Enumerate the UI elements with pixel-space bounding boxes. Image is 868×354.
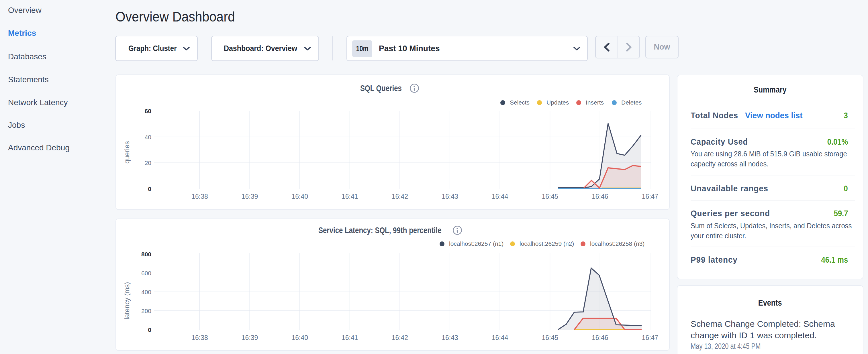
- svg-text:16:46: 16:46: [592, 193, 608, 200]
- svg-text:16:45: 16:45: [541, 334, 558, 342]
- svg-text:16:45: 16:45: [541, 193, 558, 200]
- svg-text:16:43: 16:43: [442, 193, 458, 200]
- svg-text:16:44: 16:44: [492, 334, 508, 342]
- svg-text:40: 40: [145, 134, 151, 140]
- svg-text:16:40: 16:40: [291, 334, 308, 342]
- svg-text:queries: queries: [123, 141, 131, 164]
- svg-text:16:42: 16:42: [392, 193, 408, 200]
- svg-text:400: 400: [141, 289, 151, 295]
- svg-text:0: 0: [148, 186, 151, 192]
- svg-text:16:42: 16:42: [392, 334, 408, 342]
- svg-text:16:46: 16:46: [592, 334, 608, 342]
- svg-text:16:39: 16:39: [242, 334, 258, 342]
- svg-text:16:47: 16:47: [642, 334, 658, 342]
- svg-text:latency (ms): latency (ms): [123, 282, 131, 320]
- svg-text:60: 60: [145, 108, 151, 114]
- svg-text:16:43: 16:43: [442, 334, 458, 342]
- svg-text:16:39: 16:39: [242, 193, 258, 200]
- svg-text:16:38: 16:38: [191, 193, 208, 200]
- svg-text:16:38: 16:38: [191, 334, 208, 342]
- svg-text:16:44: 16:44: [492, 193, 508, 200]
- svg-text:16:41: 16:41: [342, 193, 358, 200]
- svg-text:0: 0: [148, 326, 151, 333]
- svg-text:200: 200: [141, 308, 151, 314]
- svg-text:16:47: 16:47: [642, 193, 658, 200]
- svg-text:20: 20: [145, 160, 151, 166]
- svg-text:600: 600: [141, 270, 151, 277]
- svg-text:16:40: 16:40: [291, 193, 308, 200]
- svg-text:800: 800: [141, 251, 151, 257]
- svg-text:16:41: 16:41: [342, 334, 358, 342]
